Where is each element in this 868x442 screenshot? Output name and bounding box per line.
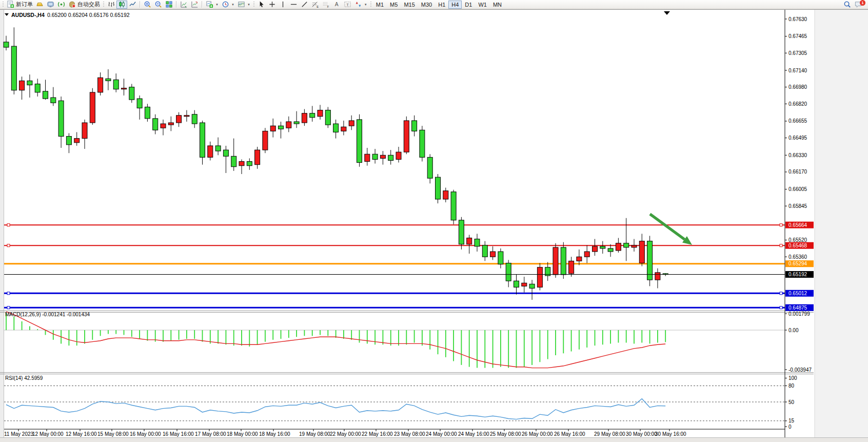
candle (200, 123, 205, 157)
price-tick-label: 0.66980 (788, 84, 807, 90)
candle (624, 243, 629, 247)
auto-trading-label: 自动交易 (77, 1, 100, 8)
timeframe-m1[interactable]: M1 (373, 1, 387, 9)
indicator-add-window-icon (191, 1, 199, 8)
candlestick-chart-button[interactable] (116, 1, 127, 9)
time-tick-label: 16 May 00:00 (130, 431, 161, 437)
toolbar-drag-handle[interactable] (103, 2, 104, 8)
line-handle[interactable] (780, 244, 782, 247)
line-handle[interactable] (780, 292, 782, 295)
candle (43, 91, 48, 99)
candle (122, 88, 127, 89)
time-tick-label: 18 May 16:00 (259, 431, 290, 437)
candle (498, 252, 503, 264)
indicators-subwindow-button[interactable] (189, 1, 200, 9)
timeframe-m5[interactable]: M5 (387, 1, 401, 9)
auto-trading-button[interactable]: 自动交易 (67, 1, 102, 9)
indicators-window-button[interactable] (179, 1, 189, 9)
candle (459, 220, 464, 244)
equidistant-channel-button[interactable]: E (310, 1, 321, 9)
candle (263, 131, 268, 150)
periodicity-clock-icon (222, 1, 229, 8)
candle (593, 246, 598, 252)
time-tick-label: 24 May 00:00 (426, 431, 457, 437)
templates-button[interactable]: ▼ (236, 1, 252, 9)
auto-trading-icon (68, 1, 76, 8)
fibonacci-button[interactable]: F (321, 1, 331, 9)
toolbar-drag-handle[interactable] (3, 2, 4, 8)
timeframe-w1[interactable]: W1 (475, 1, 490, 9)
arrow-objects-button[interactable]: ▼ (353, 1, 369, 9)
line-handle[interactable] (780, 306, 782, 309)
bar-chart-button[interactable] (106, 1, 116, 9)
cursor-button[interactable] (256, 1, 267, 9)
timeframe-h1[interactable]: H1 (435, 1, 448, 9)
crosshair-button[interactable] (267, 1, 278, 9)
zoom-out-button[interactable] (153, 1, 164, 9)
candle (286, 122, 291, 128)
periodicity-button[interactable]: ▼ (220, 1, 236, 9)
macd-tick-label: -0.003947 (788, 367, 812, 373)
fibonacci-e-icon: E (311, 1, 319, 8)
rsi-header: RSI(14) 42.5959 (5, 375, 43, 381)
timeframe-h4[interactable]: H4 (448, 1, 462, 9)
price-tick-label: 0.65360 (788, 254, 807, 260)
price-tag-label: 0.65012 (788, 291, 807, 296)
candle (318, 110, 323, 117)
candle (561, 247, 566, 275)
timeframe-m30[interactable]: M30 (418, 1, 435, 9)
candle (365, 154, 370, 161)
add-indicator-button[interactable]: ▼ (204, 1, 220, 9)
candle (451, 192, 456, 220)
chat-button[interactable]: 1 (853, 1, 864, 9)
text-button[interactable]: A (331, 1, 342, 9)
line-handle[interactable] (7, 292, 10, 295)
candle (436, 177, 441, 199)
price-tag-label: 0.65664 (788, 222, 807, 228)
candle (74, 139, 80, 143)
line-handle[interactable] (7, 224, 10, 226)
zoom-in-button[interactable] (142, 1, 153, 9)
time-tick-label: 18 May 00:00 (227, 431, 258, 437)
bar-chart-icon (107, 1, 115, 8)
search-button[interactable] (842, 1, 853, 9)
timeframe-mn[interactable]: MN (490, 1, 505, 9)
time-tick-label: 29 May 08:00 (594, 431, 625, 437)
price-tick-label: 0.67465 (788, 33, 807, 39)
candle (98, 78, 103, 92)
tile-windows-button[interactable] (164, 1, 174, 9)
line-handle[interactable] (7, 244, 10, 247)
right-empty-area (815, 10, 868, 437)
chart-window-button[interactable] (34, 1, 45, 9)
indicator-window-icon (180, 1, 188, 8)
signal-button[interactable] (56, 1, 67, 9)
line-chart-button[interactable] (127, 1, 138, 9)
price-tick-label: 0.67305 (788, 50, 807, 56)
time-tick-label: 24 May 16:00 (458, 431, 489, 437)
timeframe-d1[interactable]: D1 (462, 1, 475, 9)
toolbar-drag-handle[interactable] (253, 2, 254, 8)
time-tick-label: 30 May 16:00 (655, 431, 686, 437)
new-order-button[interactable]: 新订单 (5, 1, 34, 9)
macd-header: MACD(12,26,9) -0.001241 -0.001434 (5, 312, 90, 317)
rsi-tick-label: 15 (788, 418, 795, 424)
svg-text:T: T (346, 3, 349, 7)
candle (514, 281, 519, 287)
toolbar-drag-handle[interactable] (370, 2, 371, 8)
horizontal-line-button[interactable] (288, 1, 299, 9)
candle (184, 116, 189, 117)
candle (66, 137, 71, 145)
new-order-label: 新订单 (16, 1, 33, 8)
vertical-line-button[interactable] (278, 1, 288, 9)
toolbar-separator (202, 1, 203, 8)
text-label-button[interactable]: T (342, 1, 353, 9)
candle (129, 87, 134, 100)
zoom-out-icon (154, 1, 162, 8)
trend-line-button[interactable] (299, 1, 310, 9)
market-watch-button[interactable] (45, 1, 56, 9)
timeframe-m15[interactable]: M15 (401, 1, 418, 9)
svg-text:E: E (317, 5, 319, 8)
price-tick-label: 0.66820 (788, 101, 807, 107)
line-handle[interactable] (780, 224, 782, 226)
line-handle[interactable] (7, 306, 10, 309)
